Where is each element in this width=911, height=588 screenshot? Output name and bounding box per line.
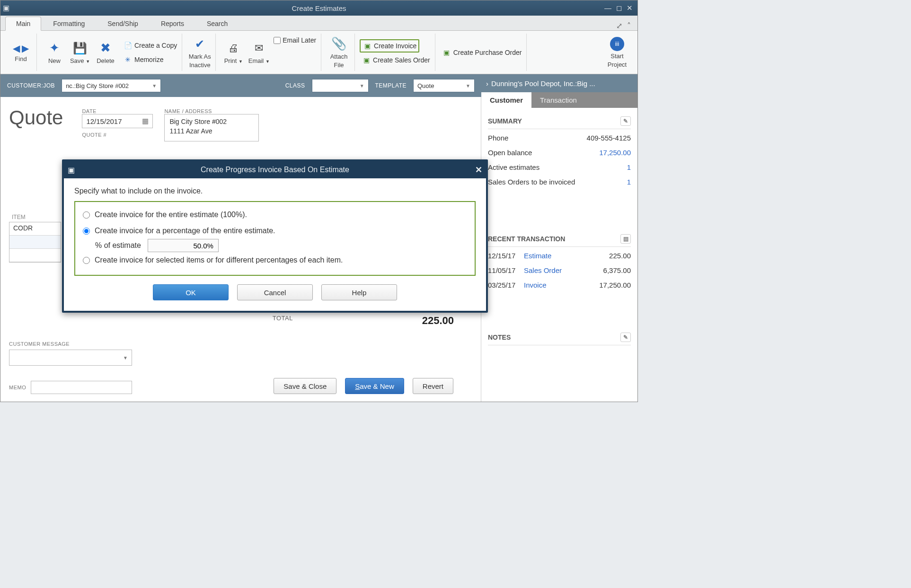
summary-row-value[interactable]: 17,250.00 xyxy=(599,149,631,157)
total-label: TOTAL xyxy=(9,315,293,327)
tab-reports[interactable]: Reports xyxy=(150,17,195,30)
recent-heading: RECENT TRANSACTION xyxy=(488,235,565,243)
dialog-close-icon[interactable]: ✕ xyxy=(475,165,482,175)
memo-input[interactable] xyxy=(31,381,132,394)
copy-icon: 📄 xyxy=(123,41,133,50)
item-row[interactable] xyxy=(9,249,61,262)
create-estimates-window: ▣ Create Estimates — ◻ ✕ Main Formatting… xyxy=(0,0,638,402)
dialog-options-box: Create invoice for the entire estimate (… xyxy=(74,201,476,276)
summary-row-value[interactable]: 1 xyxy=(627,163,631,171)
calendar-icon[interactable]: ▦ xyxy=(142,117,149,125)
opt-selected-radio[interactable] xyxy=(83,257,90,264)
summary-heading: SUMMARY xyxy=(488,117,522,125)
summary-row-label: Sales Orders to be invoiced xyxy=(488,178,575,186)
form-selector-bar: CUSTOMER:JOB nc.:Big City Store #002▼ CL… xyxy=(0,74,481,97)
item-column-header: ITEM xyxy=(9,212,61,222)
email-later-checkbox[interactable]: Email Later xyxy=(272,34,318,45)
edit-summary-icon[interactable]: ✎ xyxy=(620,116,631,126)
collapse-ribbon-icon[interactable]: ˄ xyxy=(627,21,631,30)
create-sales-order-button[interactable]: ▣ Create Sales Order xyxy=(360,54,432,66)
edit-notes-icon[interactable]: ✎ xyxy=(620,333,631,342)
opt-percentage[interactable]: Create invoice for a percentage of the e… xyxy=(83,223,467,239)
memorize-icon: ✳ xyxy=(123,55,133,64)
mark-inactive-icon: ✔ xyxy=(192,36,207,52)
delete-button[interactable]: ✖ Delete xyxy=(93,41,118,64)
customer-message-label: CUSTOMER MESSAGE xyxy=(9,341,132,347)
create-invoice-button[interactable]: ▣ Create Invoice xyxy=(360,39,419,53)
start-project-button[interactable]: iii Start Project xyxy=(604,37,630,68)
opt-entire-radio[interactable] xyxy=(83,211,90,219)
save-new-button[interactable]: Save & New xyxy=(345,378,404,394)
tab-main[interactable]: Main xyxy=(5,17,41,31)
item-table[interactable]: CODR xyxy=(9,222,61,263)
summary-row-value: 409-555-4125 xyxy=(587,134,631,142)
new-button[interactable]: ✦ New xyxy=(42,41,67,64)
sales-order-icon: ▣ xyxy=(362,55,371,65)
dialog-help-button[interactable]: Help xyxy=(321,284,397,300)
mark-inactive-button[interactable]: ✔ Mark As Inactive xyxy=(187,36,212,69)
tab-send-ship[interactable]: Send/Ship xyxy=(97,17,149,30)
txn-link[interactable]: Invoice xyxy=(524,281,599,289)
quote-no-label: QUOTE # xyxy=(82,132,153,138)
tab-search[interactable]: Search xyxy=(196,17,239,30)
email-icon: ✉ xyxy=(251,41,266,56)
ribbon-toolbar: ◀▶ Find ✦ New 💾 Save ▼ ✖ Delete 📄 Create… xyxy=(0,31,637,74)
create-po-button[interactable]: ▣ Create Purchase Order xyxy=(440,47,524,58)
class-label: CLASS xyxy=(285,82,305,89)
attach-file-button[interactable]: 📎 Attach File xyxy=(326,36,352,69)
revert-button[interactable]: Revert xyxy=(413,378,453,394)
customer-job-label: CUSTOMER:JOB xyxy=(7,82,55,89)
chevron-right-icon: › xyxy=(486,79,488,88)
memo-label: MEMO xyxy=(9,385,26,390)
tab-formatting[interactable]: Formatting xyxy=(42,17,96,30)
expand-icon[interactable]: ⤢ xyxy=(616,21,622,30)
start-project-icon: iii xyxy=(610,37,624,51)
create-copy-button[interactable]: 📄 Create a Copy xyxy=(121,40,179,51)
template-select[interactable]: Quote▼ xyxy=(413,79,475,92)
recent-action-icon[interactable]: ▤ xyxy=(620,234,631,244)
doc-title: Quote xyxy=(9,106,63,135)
opt-selected-items[interactable]: Create invoice for selected items or for… xyxy=(83,252,467,268)
template-label: TEMPLATE xyxy=(375,82,407,89)
ribbon-tabbar: Main Formatting Send/Ship Reports Search… xyxy=(0,16,637,31)
new-icon: ✦ xyxy=(47,41,62,56)
side-tab-transaction[interactable]: Transaction xyxy=(531,92,585,108)
pct-input[interactable] xyxy=(148,239,219,252)
customer-message-select[interactable]: ▼ xyxy=(9,350,132,366)
date-field[interactable]: 12/15/2017 ▦ xyxy=(82,114,153,128)
summary-row-value[interactable]: 1 xyxy=(627,178,631,186)
notes-heading: NOTES xyxy=(488,333,511,341)
close-icon[interactable]: ✕ xyxy=(627,4,633,12)
txn-link[interactable]: Estimate xyxy=(524,252,609,260)
dialog-cancel-button[interactable]: Cancel xyxy=(237,284,313,300)
item-row[interactable]: CODR xyxy=(9,222,61,236)
maximize-icon[interactable]: ◻ xyxy=(616,4,622,12)
attach-icon: 📎 xyxy=(331,36,346,52)
side-tab-customer[interactable]: Customer xyxy=(481,92,531,108)
total-value: 225.00 xyxy=(293,315,454,327)
date-label: DATE xyxy=(82,108,153,114)
side-header[interactable]: › Dunning's Pool Depot, Inc.:Big ... xyxy=(481,74,637,92)
progress-invoice-dialog: ▣ Create Progress Invoice Based On Estim… xyxy=(62,159,488,313)
find-button[interactable]: ◀▶ Find xyxy=(8,43,34,62)
item-row[interactable] xyxy=(9,236,61,249)
memorize-button[interactable]: ✳ Memorize xyxy=(121,54,179,65)
invoice-icon: ▣ xyxy=(363,41,372,51)
window-title: Create Estimates xyxy=(0,4,637,12)
dialog-ok-button[interactable]: OK xyxy=(153,284,229,300)
class-select[interactable]: ▼ xyxy=(312,79,369,92)
save-button[interactable]: 💾 Save ▼ xyxy=(67,41,93,64)
addr-label: NAME / ADDRESS xyxy=(164,108,259,114)
minimize-icon[interactable]: — xyxy=(604,4,611,12)
print-button[interactable]: 🖨 Print ▼ xyxy=(221,41,246,64)
email-later-check[interactable] xyxy=(274,37,281,44)
opt-entire-estimate[interactable]: Create invoice for the entire estimate (… xyxy=(83,207,467,223)
opt-percentage-radio[interactable] xyxy=(83,228,90,235)
name-address-box[interactable]: Big City Store #002 1111 Azar Ave xyxy=(164,114,259,141)
txn-link[interactable]: Sales Order xyxy=(524,266,603,274)
email-button[interactable]: ✉ Email ▼ xyxy=(246,41,272,64)
save-close-button[interactable]: Save & Close xyxy=(274,378,336,394)
side-panel: › Dunning's Pool Depot, Inc.:Big ... Cus… xyxy=(481,74,637,402)
save-icon: 💾 xyxy=(72,41,88,56)
customer-job-select[interactable]: nc.:Big City Store #002▼ xyxy=(62,79,161,92)
